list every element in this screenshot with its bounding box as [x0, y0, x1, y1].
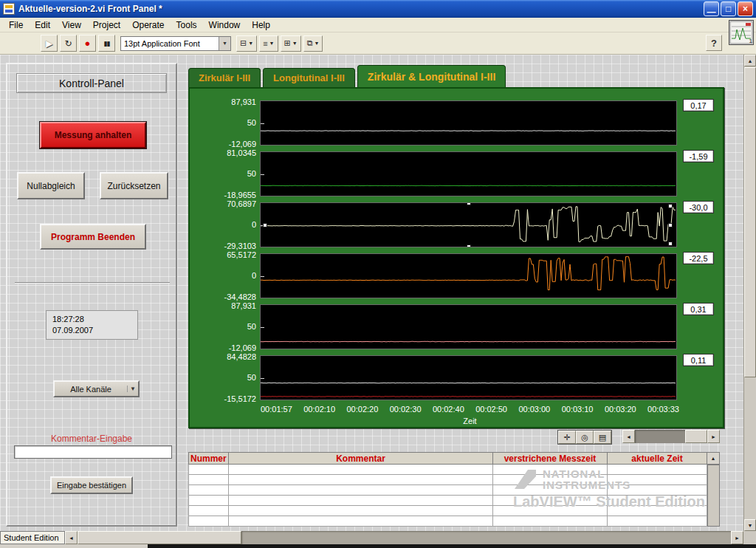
waveform-plot-5[interactable]: [260, 304, 677, 349]
table-scrollbar[interactable]: [707, 465, 720, 527]
waveform-plot-2[interactable]: [260, 151, 677, 196]
waveform-plot-4[interactable]: [260, 253, 677, 298]
scroll-right-icon[interactable]: ►: [707, 430, 720, 443]
menu-item-help[interactable]: Help: [246, 18, 276, 32]
cursor-handle[interactable]: [263, 223, 267, 227]
datetime-display: 18:27:28 07.09.2007: [46, 310, 138, 340]
y-mid-label: 50: [247, 118, 256, 127]
menu-item-tools[interactable]: Tools: [171, 18, 203, 32]
y-axis-1: 87,931 50 -12,069: [190, 100, 260, 145]
table-cell: [608, 465, 707, 475]
waveform-plot-1[interactable]: [260, 100, 677, 145]
scroll-right-icon[interactable]: ►: [731, 531, 743, 544]
table-cell: [608, 506, 707, 516]
date-value: 07.09.2007: [52, 325, 137, 336]
menu-item-project[interactable]: Project: [87, 18, 126, 32]
y-mid-label: 50: [247, 373, 256, 382]
vi-icon-number: 1: [749, 38, 752, 44]
waveform-plot-6[interactable]: [260, 355, 677, 400]
pause-button[interactable]: ▮▮: [98, 35, 115, 52]
reorder-button[interactable]: ⧉▼: [303, 35, 323, 52]
vi-icon[interactable]: 1: [729, 20, 754, 45]
panel-vscroll-thumb[interactable]: [744, 67, 756, 377]
y-min-label: -15,5172: [224, 394, 256, 403]
digital-display-5: 0,31: [683, 303, 714, 315]
cursor-handle[interactable]: [668, 242, 673, 246]
programm-beenden-button[interactable]: Programm Beenden: [40, 224, 146, 250]
scroll-up-icon[interactable]: ▲: [744, 55, 756, 66]
y-axis-3: 70,6897 0 -29,3103: [190, 202, 260, 247]
close-button[interactable]: ×: [738, 1, 753, 16]
run-continuous-button[interactable]: ↻: [60, 35, 77, 52]
zoom-tool-button[interactable]: ◎: [576, 431, 594, 444]
table-body: [188, 465, 707, 527]
chevron-down-icon: ▼: [248, 41, 253, 46]
tab-zirkulaer[interactable]: Zirkulär I-III: [188, 68, 261, 87]
pause-icon: ▮▮: [104, 40, 110, 47]
eingabe-bestaetigen-button[interactable]: Eingabe bestätigen: [50, 476, 133, 494]
panel-hscroll-track[interactable]: [241, 531, 731, 544]
menu-item-edit[interactable]: Edit: [29, 18, 56, 32]
graph-controls-row: ✛ ◎ ▤ ◄ ►: [188, 430, 724, 445]
y-axis-6: 84,4828 50 -15,5172: [190, 355, 260, 400]
menu-item-file[interactable]: File: [3, 18, 29, 32]
y-max-label: 65,5172: [227, 250, 256, 259]
chevron-down-icon[interactable]: ▼: [127, 386, 138, 392]
menu-item-operate[interactable]: Operate: [126, 18, 170, 32]
status-bar: Student Edition ◄ ►: [0, 531, 756, 544]
y-min-label: -29,3103: [224, 242, 256, 250]
chart-row-1: 87,931 50 -12,069 0,17: [190, 100, 721, 145]
column-header-nummer: Nummer: [188, 452, 229, 465]
scrollbar-corner: [743, 531, 756, 544]
scroll-left-icon[interactable]: ◄: [622, 430, 635, 443]
context-help-button[interactable]: ?: [706, 35, 722, 51]
cursor-handle[interactable]: [668, 204, 673, 208]
table-cell: [229, 465, 493, 475]
cursor-handle[interactable]: [467, 244, 471, 247]
distribute-objects-button[interactable]: ≡▼: [259, 35, 278, 52]
x-tick-label: 00:01:57: [261, 405, 292, 414]
cursor-handle[interactable]: [668, 223, 673, 227]
nullabgleich-button[interactable]: Nullabgleich: [17, 172, 85, 199]
waveform-plot-3[interactable]: [260, 202, 677, 247]
cursor-tool-button[interactable]: ✛: [558, 431, 576, 444]
font-selector[interactable]: 13pt Application Font ▼: [120, 36, 231, 51]
align-objects-button[interactable]: ⊟▼: [236, 35, 257, 52]
graph-scrollbar-thumb[interactable]: [685, 430, 707, 443]
chart-row-2: 81,0345 50 -18,9655 -1,59: [190, 151, 721, 196]
kontroll-panel: Kontroll-Panel Messung anhalten Nullabgl…: [6, 63, 177, 527]
resize-objects-button[interactable]: ⊞▼: [281, 35, 301, 52]
maximize-button[interactable]: □: [721, 1, 736, 16]
table-cell: [229, 496, 493, 506]
menu-item-view[interactable]: View: [56, 18, 87, 32]
panel-hscroll-thumb[interactable]: [78, 531, 241, 544]
minimize-button[interactable]: —: [704, 1, 719, 16]
x-tick-label: 00:03:33: [647, 405, 679, 414]
channel-select-dropdown[interactable]: Alle Kanäle ▼: [53, 380, 140, 397]
kommentar-input[interactable]: [14, 445, 172, 459]
menu-item-window[interactable]: Window: [203, 18, 247, 32]
tab-longitutinal[interactable]: Longitutinal I-III: [263, 68, 355, 87]
chevron-down-icon[interactable]: ▼: [219, 37, 230, 50]
tab-zirkulaer-longitutinal[interactable]: Zirkulär & Longitutinal I-III: [357, 65, 506, 87]
pan-tool-button[interactable]: ▤: [594, 431, 611, 444]
scroll-down-icon[interactable]: ▼: [744, 519, 756, 531]
scroll-left-icon[interactable]: ◄: [65, 531, 78, 544]
cursor-handle[interactable]: [467, 202, 471, 205]
panel-vertical-scrollbar[interactable]: ▲ ▼: [743, 55, 756, 531]
y-mid-label: 0: [252, 220, 256, 229]
zuruecksetzen-button[interactable]: Zurücksetzen: [100, 172, 168, 199]
run-button[interactable]: ▶: [41, 35, 58, 52]
y-max-label: 81,0345: [227, 148, 256, 157]
toolbar: ▶ ↻ ● ▮▮ 13pt Application Font ▼ ⊟▼ ≡▼ ⊞…: [0, 32, 756, 55]
table-cell: [188, 485, 229, 496]
abort-button[interactable]: ●: [79, 35, 96, 52]
table-cell: [493, 496, 608, 506]
charts-stack: 87,931 50 -12,069 0,17 81,0345 50 -18,96…: [190, 100, 721, 400]
table-scroll-up-icon[interactable]: ▲: [707, 452, 720, 465]
student-edition-tab[interactable]: Student Edition: [0, 531, 65, 544]
graph-scrollbar-track[interactable]: [635, 430, 707, 443]
table-cell: [188, 475, 229, 485]
y-mid-label: 50: [247, 169, 256, 178]
messung-anhalten-button[interactable]: Messung anhalten: [40, 122, 146, 148]
